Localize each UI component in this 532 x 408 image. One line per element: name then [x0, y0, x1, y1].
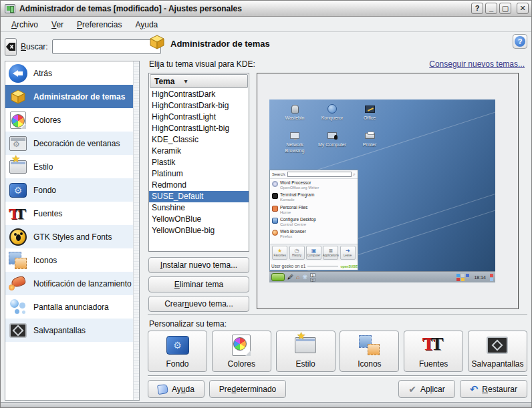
suse-menu-icon	[271, 273, 285, 281]
help-button[interactable]: Ayuda	[148, 380, 205, 398]
sidebar-item-estilo[interactable]: Estilo	[5, 155, 139, 178]
theme-row[interactable]: KDE_Classic	[149, 134, 249, 146]
titlebar[interactable]: Administrador de temas [modificado] - Aj…	[1, 1, 532, 17]
install-theme-button[interactable]: Instalar nuevo tema...	[148, 257, 249, 273]
theme-list: Tema HighContrastDark HighContrastDark-b…	[148, 73, 249, 252]
customize-theme-label: Personalizar su tema:	[149, 319, 227, 329]
sidebar-item-colores[interactable]: Colores	[5, 108, 139, 132]
terminal-icon	[272, 193, 278, 199]
theme-row[interactable]: HighContrastLight	[149, 112, 249, 123]
theme-row[interactable]: Keramik	[149, 146, 249, 157]
desktop-icon-network-browsing[interactable]: Network Browsing	[276, 130, 313, 154]
theme-row[interactable]: Plastik	[149, 157, 249, 168]
desktop-icon-konqueror[interactable]: Konqueror	[313, 104, 351, 121]
sidebar-item-salvapantallas[interactable]: Salvapantallas	[5, 319, 139, 342]
customize-estilo-button[interactable]: Estilo	[276, 331, 336, 372]
remove-theme-button[interactable]: Eliminar tema	[148, 276, 249, 292]
theme-manager-icon	[8, 87, 28, 107]
menu-ver[interactable]: Ver	[45, 19, 70, 31]
background-icon	[166, 334, 189, 357]
theme-row[interactable]: Redmond	[149, 180, 249, 191]
menu-item-terminal: Terminal ProgramKonsole	[272, 192, 358, 202]
preview-tab-leave: ➜ Leave	[340, 246, 356, 260]
get-new-themes-link[interactable]: Conseguir nuevos temas...	[429, 59, 525, 69]
theme-row[interactable]: Platinum	[149, 168, 249, 180]
customize-iconos-button[interactable]: Iconos	[340, 331, 399, 372]
sidebar-item-gtk-styles[interactable]: GTK Styles and Fonts	[5, 225, 139, 248]
star-icon: ★	[277, 248, 282, 254]
menu-ayuda[interactable]: Ayuda	[128, 19, 164, 31]
preview-user-line: User geeko on e1	[271, 264, 305, 268]
theme-row[interactable]: YellowOnBlue	[149, 214, 249, 225]
sidebar-item-fondo[interactable]: Fondo	[5, 178, 139, 202]
theme-row[interactable]: HighContrastDark-big	[149, 100, 249, 112]
reset-button[interactable]: ↶ Restaurar	[460, 380, 527, 398]
my-computer-icon	[326, 130, 338, 141]
choose-theme-label: Elija tu tema visual para KDE:	[149, 59, 255, 69]
preview-start-menu: Search: ⌕ Word ProcessorOpenOffice.org W…	[269, 170, 358, 270]
leave-icon: ➜	[346, 248, 350, 254]
icons-icon	[359, 334, 380, 357]
sidebar-item-pantalla-anunciadora[interactable]: Pantalla anunciadora	[5, 295, 139, 319]
desktop-icon-wastebin[interactable]: Wastebin	[276, 104, 313, 121]
brush-icon: 🖉	[287, 274, 293, 280]
preview-tab-favorites: ★ Favorites	[272, 246, 287, 260]
context-help-button[interactable]: ?	[513, 34, 527, 49]
theme-row[interactable]: HighContrastDark	[149, 89, 249, 100]
screensaver-icon	[8, 321, 28, 341]
sidebar-item-notificacion-de-lanzamiento[interactable]: Notificación de lanzamiento	[5, 272, 139, 295]
customize-salvapantallas-button[interactable]: Salvapantallas	[468, 331, 527, 372]
style-icon	[8, 157, 28, 177]
page-title: Administrador de temas	[170, 39, 270, 49]
word-processor-icon	[272, 181, 278, 187]
desktop-icon-printer[interactable]: Printer	[351, 130, 388, 154]
menu-preferencias[interactable]: Preferencias	[70, 19, 128, 31]
separator	[148, 314, 527, 315]
launch-feedback-icon	[8, 274, 28, 294]
search-input[interactable]	[52, 39, 161, 54]
clear-search-button[interactable]	[5, 38, 17, 56]
maximize-button[interactable]: ▢	[499, 3, 511, 14]
theme-row[interactable]: YellowOnBlue-big	[149, 225, 249, 236]
theme-column-header[interactable]: Tema	[150, 74, 248, 88]
customize-fuentes-button[interactable]: TT Fuentes	[404, 331, 463, 372]
home-icon	[272, 206, 278, 212]
window-title: Administrador de temas [modificado] - Aj…	[19, 4, 467, 13]
sidebar: Atrás Administrador de temas Colores Dec…	[5, 61, 140, 401]
desktop-icon-office[interactable]: Office	[351, 104, 388, 121]
sidebar-item-iconos[interactable]: Iconos	[5, 248, 139, 272]
sidebar-item-atras[interactable]: Atrás	[5, 61, 139, 85]
theme-row-selected[interactable]: SUSE_Default	[149, 191, 249, 202]
theme-row[interactable]: Sunshine	[149, 202, 249, 214]
opensuse-logo: openSUSE	[340, 264, 358, 268]
background-icon	[8, 180, 28, 200]
sidebar-item-fuentes[interactable]: TT Fuentes	[5, 202, 139, 225]
theme-preview: Wastebin Konqueror Office Network Browsi…	[257, 73, 519, 309]
preview-search-input	[287, 172, 352, 177]
create-theme-button[interactable]: Crear nuevo tema...	[148, 296, 249, 312]
minimize-button[interactable]: _	[485, 3, 497, 14]
fonts-icon: TT	[8, 204, 28, 224]
sidebar-scrollbar[interactable]	[133, 61, 139, 400]
customize-colores-button[interactable]: Colores	[212, 331, 271, 372]
office-icon	[364, 104, 376, 114]
theme-row[interactable]: HighContrastLight-big	[149, 123, 249, 134]
desktop-pager: 1 2	[310, 273, 315, 282]
search-label: Buscar:	[21, 42, 48, 51]
splash-screen-icon	[8, 297, 28, 317]
menu-item-configure-desktop: Configure DesktopControl Centre	[272, 217, 358, 227]
sidebar-item-decoracion-de-ventanas[interactable]: Decoración de ventanas	[5, 132, 139, 155]
customize-fondo-button[interactable]: Fondo	[148, 331, 207, 372]
app-window: Administrador de temas [modificado] - Aj…	[0, 0, 532, 408]
default-button[interactable]: Predeterminado	[209, 380, 286, 398]
help-window-button[interactable]: ?	[471, 3, 483, 14]
window-bottom-border	[1, 402, 532, 408]
desktop-icon-my-computer[interactable]: My Computer	[313, 130, 351, 154]
fonts-icon: TT	[422, 334, 445, 357]
apply-button[interactable]: ✔ Aplicar	[398, 380, 454, 398]
preview-search-label: Search:	[272, 172, 286, 176]
close-button[interactable]: ✕	[517, 3, 529, 14]
clock-icon: ◷	[295, 248, 299, 254]
sidebar-item-administrador-de-temas[interactable]: Administrador de temas	[5, 85, 139, 108]
menu-archivo[interactable]: Archivo	[5, 19, 45, 31]
